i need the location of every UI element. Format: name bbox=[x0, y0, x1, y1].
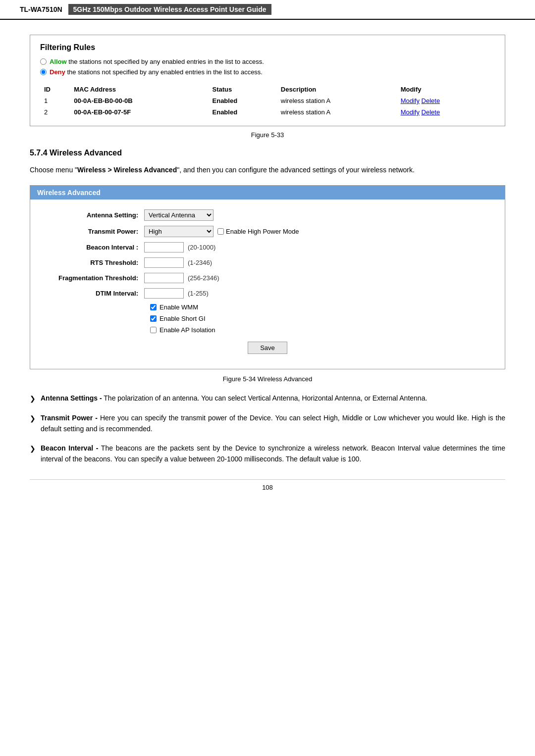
radio-allow-row: Allow the stations not specified by any … bbox=[40, 58, 495, 65]
fragmentation-threshold-range: (256-2346) bbox=[188, 274, 219, 282]
radio-allow[interactable] bbox=[40, 58, 47, 65]
cell-mac: 00-0A-EB-00-07-5F bbox=[70, 106, 208, 118]
deny-keyword: Deny bbox=[50, 68, 65, 76]
radio-deny-row: Deny the stations not specified by any e… bbox=[40, 68, 495, 76]
bullet-body: The beacons are the packets sent by the … bbox=[41, 444, 505, 463]
enable-wmm-checkbox[interactable] bbox=[150, 304, 157, 310]
transmit-power-control: HighMiddleLow Enable High Power Mode bbox=[144, 226, 299, 237]
bullet-body: Here you can specify the transmit power … bbox=[41, 414, 505, 433]
header-model: TL-WA7510N bbox=[20, 5, 62, 13]
table-header-row: ID MAC Address Status Description Modify bbox=[40, 84, 495, 95]
fragmentation-threshold-input[interactable]: 2346 bbox=[144, 273, 184, 283]
rts-threshold-input[interactable]: 2346 bbox=[144, 257, 184, 268]
dtim-interval-control: 1 (1-255) bbox=[144, 288, 209, 299]
enable-ap-isolation-row: Enable AP Isolation bbox=[150, 326, 490, 334]
fragmentation-threshold-control: 2346 (256-2346) bbox=[144, 273, 219, 283]
save-button[interactable]: Save bbox=[248, 342, 287, 354]
modify-link[interactable]: Modify bbox=[401, 97, 420, 104]
bullet-text: Transmit Power - Here you can specify th… bbox=[41, 412, 505, 435]
enable-wmm-label: Enable WMM bbox=[160, 303, 198, 311]
rts-threshold-range: (1-2346) bbox=[188, 259, 212, 266]
cell-description: wireless station A bbox=[277, 95, 397, 106]
high-power-mode-label: Enable High Power Mode bbox=[226, 228, 299, 235]
delete-link[interactable]: Delete bbox=[422, 108, 440, 116]
cell-status: Enabled bbox=[209, 106, 277, 118]
bullet-arrow: ❯ bbox=[30, 393, 36, 404]
cell-id: 1 bbox=[40, 95, 70, 106]
figure-33-label: Figure 5-33 bbox=[30, 131, 505, 139]
bullet-section: ❯ Antenna Settings - The polarization of… bbox=[30, 393, 505, 464]
page-number: 108 bbox=[30, 479, 505, 491]
enable-high-power-checkbox[interactable] bbox=[217, 228, 224, 235]
enable-short-gi-checkbox[interactable] bbox=[150, 315, 157, 322]
cell-modify[interactable]: Modify Delete bbox=[397, 95, 495, 106]
filter-table: ID MAC Address Status Description Modify… bbox=[40, 84, 495, 118]
dtim-interval-input[interactable]: 1 bbox=[144, 288, 184, 299]
col-status: Status bbox=[209, 84, 277, 95]
bullet-arrow: ❯ bbox=[30, 413, 36, 424]
enable-short-gi-row: Enable Short GI bbox=[150, 315, 490, 322]
fragmentation-threshold-row: Fragmentation Threshold: 2346 (256-2346) bbox=[45, 273, 490, 283]
beacon-interval-range: (20-1000) bbox=[188, 244, 215, 251]
allow-keyword: Allow bbox=[50, 58, 67, 65]
antenna-setting-control: Vertical AntennaHorizontal AntennaExtern… bbox=[144, 209, 214, 221]
bullet-item: ❯ Transmit Power - Here you can specify … bbox=[30, 412, 505, 435]
deny-rest-text: the stations not specified by any enable… bbox=[67, 68, 263, 76]
section-574-intro: Choose menu "Wireless > Wireless Advance… bbox=[30, 164, 505, 175]
antenna-setting-label: Antenna Setting: bbox=[45, 211, 144, 219]
page-header: TL-WA7510N 5GHz 150Mbps Outdoor Wireless… bbox=[0, 0, 535, 20]
section-574-heading: 5.7.4 Wireless Advanced bbox=[30, 149, 505, 157]
antenna-setting-select[interactable]: Vertical AntennaHorizontal AntennaExtern… bbox=[144, 209, 214, 221]
radio-allow-text: Allow the stations not specified by any … bbox=[50, 58, 264, 65]
beacon-interval-row: Beacon Interval : 100 (20-1000) bbox=[45, 242, 490, 252]
modify-link[interactable]: Modify bbox=[401, 108, 420, 116]
wireless-advanced-panel: Wireless Advanced Antenna Setting: Verti… bbox=[30, 185, 505, 369]
dtim-interval-range: (1-255) bbox=[188, 290, 209, 297]
col-id: ID bbox=[40, 84, 70, 95]
enable-ap-isolation-checkbox[interactable] bbox=[150, 327, 157, 333]
allow-rest-text: the stations not specified by any enable… bbox=[68, 58, 264, 65]
transmit-power-label: Transmit Power: bbox=[45, 228, 144, 235]
bullet-term: Antenna Settings - bbox=[41, 394, 102, 402]
cell-status: Enabled bbox=[209, 95, 277, 106]
col-modify: Modify bbox=[397, 84, 495, 95]
bullet-text: Beacon Interval - The beacons are the pa… bbox=[41, 443, 505, 465]
table-row: 1 00-0A-EB-B0-00-0B Enabled wireless sta… bbox=[40, 95, 495, 106]
bullet-item: ❯ Antenna Settings - The polarization of… bbox=[30, 393, 505, 404]
dtim-interval-row: DTIM Interval: 1 (1-255) bbox=[45, 288, 490, 299]
col-description: Description bbox=[277, 84, 397, 95]
wireless-advanced-body: Antenna Setting: Vertical AntennaHorizon… bbox=[30, 200, 505, 369]
radio-deny-text: Deny the stations not specified by any e… bbox=[50, 68, 263, 76]
delete-link[interactable]: Delete bbox=[422, 97, 440, 104]
rts-threshold-control: 2346 (1-2346) bbox=[144, 257, 212, 268]
bullet-body: The polarization of an antenna. You can … bbox=[102, 394, 428, 402]
radio-deny[interactable] bbox=[40, 69, 47, 75]
transmit-power-row: Transmit Power: HighMiddleLow Enable Hig… bbox=[45, 226, 490, 237]
high-power-mode-area: Enable High Power Mode bbox=[217, 228, 299, 235]
enable-short-gi-label: Enable Short GI bbox=[160, 315, 206, 322]
figure-34-label: Figure 5-34 Wireless Advanced bbox=[30, 375, 505, 383]
bullet-arrow: ❯ bbox=[30, 443, 36, 454]
rts-threshold-row: RTS Threshold: 2346 (1-2346) bbox=[45, 257, 490, 268]
filtering-rules-title: Filtering Rules bbox=[40, 43, 495, 52]
bullet-item: ❯ Beacon Interval - The beacons are the … bbox=[30, 443, 505, 465]
wireless-advanced-panel-title: Wireless Advanced bbox=[30, 186, 505, 200]
filtering-rules-box: Filtering Rules Allow the stations not s… bbox=[30, 35, 505, 126]
rts-threshold-label: RTS Threshold: bbox=[45, 259, 144, 266]
cell-modify[interactable]: Modify Delete bbox=[397, 106, 495, 118]
cell-mac: 00-0A-EB-B0-00-0B bbox=[70, 95, 208, 106]
enable-ap-isolation-label: Enable AP Isolation bbox=[160, 326, 215, 334]
fragmentation-threshold-label: Fragmentation Threshold: bbox=[45, 274, 144, 282]
main-content: Filtering Rules Allow the stations not s… bbox=[0, 30, 535, 511]
bullet-term: Transmit Power - bbox=[41, 414, 98, 422]
header-title: 5GHz 150Mbps Outdoor Wireless Access Poi… bbox=[68, 4, 271, 15]
bullet-text: Antenna Settings - The polarization of a… bbox=[41, 393, 505, 403]
bullet-term: Beacon Interval - bbox=[41, 444, 98, 452]
enable-wmm-row: Enable WMM bbox=[150, 303, 490, 311]
beacon-interval-label: Beacon Interval : bbox=[45, 244, 144, 251]
beacon-interval-input[interactable]: 100 bbox=[144, 242, 184, 252]
antenna-setting-row: Antenna Setting: Vertical AntennaHorizon… bbox=[45, 209, 490, 221]
transmit-power-select[interactable]: HighMiddleLow bbox=[144, 226, 214, 237]
col-mac: MAC Address bbox=[70, 84, 208, 95]
cell-id: 2 bbox=[40, 106, 70, 118]
